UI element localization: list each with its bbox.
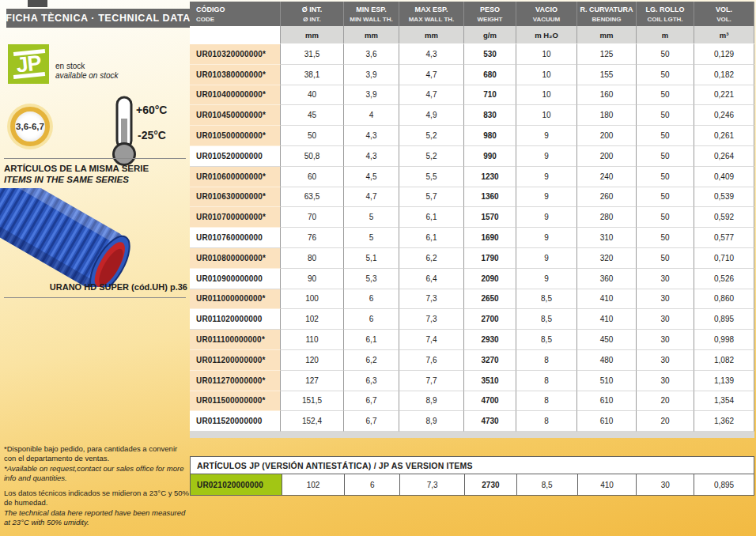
value-cell: 9 xyxy=(516,146,577,167)
value-cell: 1570 xyxy=(464,207,516,228)
stock-availability: en stock available on stock xyxy=(55,62,119,81)
value-cell: 31,5 xyxy=(281,44,344,65)
value-cell: 4,3 xyxy=(344,146,399,167)
value-cell: 1790 xyxy=(464,248,516,269)
value-cell: 1,082 xyxy=(694,350,754,371)
same-series-es: ARTÍCULOS DE LA MISMA SERIE xyxy=(4,163,149,174)
value-cell: 1,139 xyxy=(694,371,754,391)
value-cell: 260 xyxy=(577,187,637,208)
value-cell: 80 xyxy=(281,248,344,269)
value-cell: 0,895 xyxy=(694,474,754,495)
value-cell: 2090 xyxy=(464,269,516,289)
value-cell: 10 xyxy=(516,65,577,85)
value-cell: 63,5 xyxy=(281,187,344,208)
page-corner-mark xyxy=(28,0,47,7)
stock-line-es: en stock xyxy=(55,62,119,71)
value-cell: 8 xyxy=(516,371,577,391)
value-cell: 0,539 xyxy=(694,187,754,208)
value-cell: 0,577 xyxy=(694,228,754,248)
stock-line-en: available on stock xyxy=(55,71,119,81)
value-cell: 4,7 xyxy=(344,187,399,208)
value-cell: 0,221 xyxy=(694,85,754,106)
col-unit: m xyxy=(637,26,694,44)
value-cell: 110 xyxy=(281,330,344,350)
value-cell: 7,3 xyxy=(399,474,464,495)
value-cell: 155 xyxy=(577,65,637,85)
divider xyxy=(4,297,186,298)
value-cell: 5,3 xyxy=(344,269,399,289)
datasheet-page: FICHA TÈCNICA · TECHNICAL DATA JP en sto… xyxy=(0,0,756,536)
value-cell: 50 xyxy=(637,248,694,269)
value-cell: 4,7 xyxy=(399,65,464,85)
header-row-es: CÓDIGOØ INT.MIN ESP.MAX ESP.PESOVACIOR. … xyxy=(190,2,754,14)
table-row: UR010320000000*31,53,64,353010125500,129 xyxy=(190,44,754,65)
col-header-en: WEIGHT xyxy=(464,14,516,26)
value-cell: 1,362 xyxy=(694,411,754,432)
col-unit: mm xyxy=(281,26,344,44)
value-cell: 1,354 xyxy=(694,391,754,412)
value-cell: 4,5 xyxy=(344,167,399,187)
value-cell: 1690 xyxy=(464,228,516,248)
value-cell: 9 xyxy=(516,248,577,269)
value-cell: 9 xyxy=(516,187,577,208)
col-header-es: R. CURVATURA xyxy=(577,2,637,14)
value-cell: 45 xyxy=(281,105,344,126)
value-cell: 3,9 xyxy=(344,85,399,106)
value-cell: 510 xyxy=(577,371,637,391)
value-cell: 50 xyxy=(637,105,694,126)
value-cell: 0,998 xyxy=(694,330,754,350)
table-row: UR010400000000*403,94,771010160500,221 xyxy=(190,85,754,106)
value-cell: 120 xyxy=(281,350,344,371)
col-header-en: CODE xyxy=(190,14,281,26)
value-cell: 8 xyxy=(516,391,577,412)
value-cell: 20 xyxy=(637,391,694,412)
value-cell: 5 xyxy=(344,207,399,228)
code-cell: UR010400000000* xyxy=(190,85,281,106)
code-cell: UR010320000000* xyxy=(190,44,281,65)
value-cell: 5,5 xyxy=(399,167,464,187)
value-cell: 8,5 xyxy=(516,330,577,350)
value-cell: 50 xyxy=(637,44,694,65)
value-cell: 127 xyxy=(281,371,344,391)
value-cell: 4,3 xyxy=(344,126,399,146)
value-cell: 6,1 xyxy=(399,228,464,248)
value-cell: 102 xyxy=(281,309,344,330)
value-cell: 50 xyxy=(637,167,694,187)
value-cell: 0,860 xyxy=(694,289,754,310)
value-cell: 10 xyxy=(516,44,577,65)
value-cell: 980 xyxy=(464,126,516,146)
col-header-en: MAX WALL TH. xyxy=(399,14,464,26)
table-row: UR011520000000152,46,78,947308610201,362 xyxy=(190,411,754,432)
value-cell: 6,2 xyxy=(399,248,464,269)
value-cell: 0,261 xyxy=(694,126,754,146)
table-row: UR011000000000*10067,326508,5410300,860 xyxy=(190,289,754,310)
table-row: UR010900000000905,36,420909360300,526 xyxy=(190,269,754,289)
value-cell: 50 xyxy=(637,65,694,85)
value-cell: 60 xyxy=(281,167,344,187)
value-cell: 9 xyxy=(516,269,577,289)
value-cell: 4,3 xyxy=(399,44,464,65)
value-cell: 3,9 xyxy=(344,65,399,85)
value-cell: 8,9 xyxy=(399,391,464,412)
col-header-es: MAX ESP. xyxy=(399,2,464,14)
footnote-en-1: *Available on request,contact our sales … xyxy=(4,464,191,482)
table-row: UR010700000000*7056,115709280500,592 xyxy=(190,207,754,228)
value-cell: 480 xyxy=(577,350,637,371)
table-row: UR011500000000*151,56,78,947008610201,35… xyxy=(190,391,754,412)
table-footer-strip xyxy=(190,432,754,438)
value-cell: 30 xyxy=(637,309,694,330)
col-header-en: BENDING xyxy=(577,14,637,26)
value-cell: 152,4 xyxy=(281,411,344,432)
col-header-en: VOL. xyxy=(694,14,754,26)
value-cell: 8 xyxy=(516,350,577,371)
value-cell: 50 xyxy=(637,126,694,146)
table-row: UR01102000000010267,327008,5410300,895 xyxy=(190,309,754,330)
value-cell: 6,4 xyxy=(399,269,464,289)
value-cell: 2700 xyxy=(464,309,516,330)
value-cell: 6 xyxy=(344,289,399,310)
antistatic-section: ARTÍCULOS JP (VERSIÓN ANTIESTÁTICA) / JP… xyxy=(190,456,754,496)
temperature-min: -25°C xyxy=(138,129,166,142)
value-cell: 10 xyxy=(516,85,577,106)
table-row: UR02102000000010267,327308,5410300,895 xyxy=(191,474,754,495)
table-row: UR011100000000*1106,17,429308,5450300,99… xyxy=(190,330,754,350)
